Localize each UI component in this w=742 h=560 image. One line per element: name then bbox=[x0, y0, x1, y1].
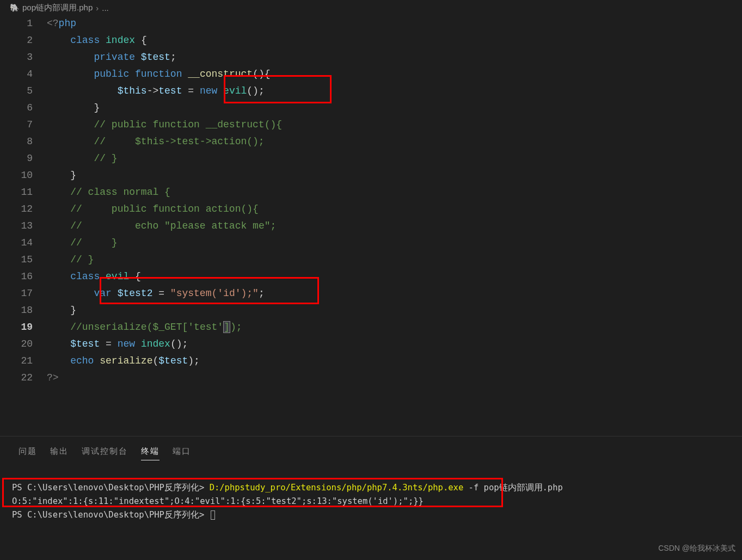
line-number: 19 bbox=[0, 319, 33, 336]
code-line: // } bbox=[47, 150, 742, 167]
code-line: <?php bbox=[47, 15, 742, 32]
line-number: 15 bbox=[0, 251, 33, 268]
line-number: 4 bbox=[0, 66, 33, 83]
tab-debug[interactable]: 调试控制台 bbox=[82, 446, 128, 460]
line-number: 14 bbox=[0, 235, 33, 251]
breadcrumb[interactable]: 🐘 pop链内部调用.php › ... bbox=[0, 0, 742, 15]
line-number: 8 bbox=[0, 133, 33, 150]
code-line: //unserialize($_GET['test']); bbox=[47, 319, 742, 336]
code-line: // class normal { bbox=[47, 184, 742, 201]
code-line: var $test2 = "system('id');"; bbox=[47, 285, 742, 302]
code-line: } bbox=[47, 100, 742, 116]
breadcrumb-more: ... bbox=[102, 3, 109, 13]
line-number: 21 bbox=[0, 353, 33, 370]
code-line: class evil { bbox=[47, 268, 742, 285]
terminal-prompt: PS C:\Users\lenovo\Desktop\PHP反序列化> bbox=[12, 510, 210, 520]
line-number: 9 bbox=[0, 150, 33, 167]
code-line: class index { bbox=[47, 32, 742, 49]
code-line: // } bbox=[47, 235, 742, 251]
line-number: 13 bbox=[0, 218, 33, 235]
code-line: // public function action(){ bbox=[47, 201, 742, 218]
code-line: echo serialize($test); bbox=[47, 353, 742, 370]
line-number: 12 bbox=[0, 201, 33, 218]
line-number: 2 bbox=[0, 32, 33, 49]
line-number: 20 bbox=[0, 336, 33, 353]
line-number: 7 bbox=[0, 116, 33, 133]
code-line: } bbox=[47, 302, 742, 319]
code-area[interactable]: <?php class index { private $test; publi… bbox=[47, 15, 742, 435]
code-line: private $test; bbox=[47, 49, 742, 66]
code-line: ?> bbox=[47, 370, 742, 386]
code-line: $test = new index(); bbox=[47, 336, 742, 353]
line-number: 16 bbox=[0, 268, 33, 285]
code-line: $this->test = new evil(); bbox=[47, 83, 742, 100]
line-number: 17 bbox=[0, 285, 33, 302]
terminal[interactable]: PS C:\Users\lenovo\Desktop\PHP反序列化> D:/p… bbox=[0, 460, 742, 522]
terminal-output: O:5:"index":1:{s:11:"indextest";O:4:"evi… bbox=[12, 496, 424, 506]
panel-tabs: 问题 输出 调试控制台 终端 端口 bbox=[0, 436, 742, 460]
code-line: // $this->test->action(); bbox=[47, 133, 742, 150]
code-line: public function __construct(){ bbox=[47, 66, 742, 83]
line-number: 22 bbox=[0, 370, 33, 386]
line-number: 18 bbox=[0, 302, 33, 319]
terminal-args: -f pop链内部调用.php bbox=[463, 483, 563, 493]
code-line: // } bbox=[47, 251, 742, 268]
line-number: 3 bbox=[0, 49, 33, 66]
line-number: 10 bbox=[0, 167, 33, 184]
terminal-prompt: PS C:\Users\lenovo\Desktop\PHP反序列化> bbox=[12, 483, 210, 493]
editor[interactable]: 1 2 3 4 5 6 7 8 9 10 11 12 13 14 15 16 1… bbox=[0, 15, 742, 435]
breadcrumb-file: pop链内部调用.php bbox=[22, 3, 93, 13]
tab-problems[interactable]: 问题 bbox=[19, 446, 37, 460]
tab-terminal[interactable]: 终端 bbox=[141, 446, 160, 460]
line-number: 6 bbox=[0, 100, 33, 116]
watermark: CSDN @给我杯冰美式 bbox=[658, 544, 735, 553]
line-number: 5 bbox=[0, 83, 33, 100]
tab-ports[interactable]: 端口 bbox=[173, 446, 191, 460]
php-icon: 🐘 bbox=[10, 3, 19, 12]
code-line: // echo "please attack me"; bbox=[47, 218, 742, 235]
line-number: 1 bbox=[0, 15, 33, 32]
code-line: // public function __destruct(){ bbox=[47, 116, 742, 133]
code-line: } bbox=[47, 167, 742, 184]
terminal-command: D:/phpstudy_pro/Extensions/php/php7.4.3n… bbox=[210, 483, 464, 493]
line-gutter: 1 2 3 4 5 6 7 8 9 10 11 12 13 14 15 16 1… bbox=[0, 15, 47, 435]
bottom-panel: 问题 输出 调试控制台 终端 端口 PS C:\Users\lenovo\Des… bbox=[0, 436, 742, 560]
line-number: 11 bbox=[0, 184, 33, 201]
breadcrumb-separator: › bbox=[96, 3, 99, 13]
terminal-cursor bbox=[211, 510, 215, 520]
tab-output[interactable]: 输出 bbox=[50, 446, 69, 460]
